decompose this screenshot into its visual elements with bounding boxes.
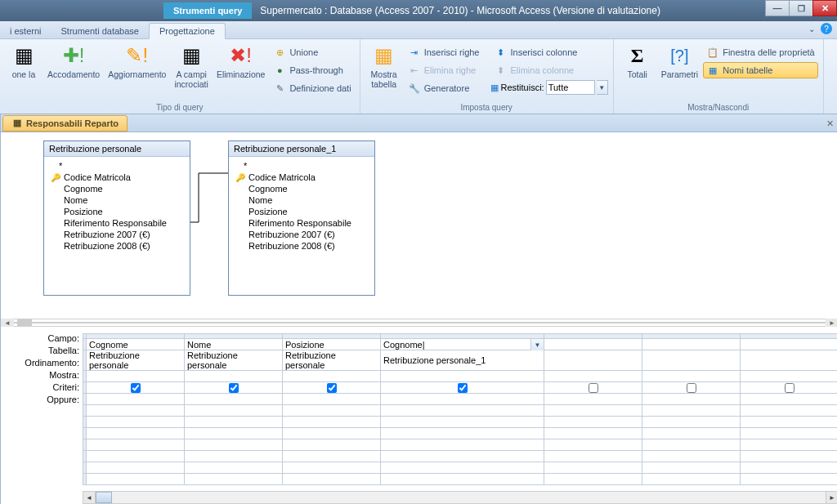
field-posizione[interactable]: Posizione <box>232 206 371 217</box>
qbe-cell[interactable] <box>642 451 741 462</box>
query-type-button[interactable]: ▦ one la <box>5 41 43 82</box>
qbe-cell[interactable] <box>185 405 283 417</box>
totali-button[interactable]: Σ Totali <box>619 41 656 82</box>
generatore-button[interactable]: 🔧Generatore <box>405 80 483 96</box>
qbe-cell[interactable] <box>381 428 544 439</box>
unione-button[interactable]: ⊕Unione <box>270 44 354 60</box>
inserisci-righe-button[interactable]: ⇥Inserisci righe <box>405 44 483 60</box>
minimize-ribbon-icon[interactable]: ⌄ <box>806 23 817 34</box>
qbe-cell[interactable] <box>185 474 283 485</box>
qbe-cell[interactable] <box>283 417 381 428</box>
qbe-cell[interactable] <box>381 382 544 394</box>
doc-tab-responsabili[interactable]: ▦ Responsabili Reparto <box>2 115 128 132</box>
qbe-cell[interactable] <box>283 474 381 485</box>
qbe-cell[interactable] <box>87 462 185 474</box>
qbe-cell[interactable] <box>283 439 381 451</box>
aggiornamento-button[interactable]: ✎! Aggiornamento <box>105 41 169 82</box>
qbe-cell[interactable] <box>185 394 283 405</box>
elimina-righe-button[interactable]: ⇤Elimina righe <box>405 62 483 78</box>
field-nome[interactable]: Nome <box>232 194 371 206</box>
join-line[interactable] <box>190 173 228 230</box>
qbe-cell[interactable] <box>544 382 642 394</box>
minimize-button[interactable]: — <box>765 0 790 16</box>
qbe-cell[interactable] <box>642 439 741 451</box>
scroll-left-button[interactable]: ◄ <box>1 319 14 327</box>
finestra-proprieta-button[interactable]: 📋Finestra delle proprietà <box>703 44 818 60</box>
restituisci-dropdown-arrow[interactable]: ▼ <box>597 80 608 95</box>
qbe-cell[interactable]: Retribuzione personale <box>87 350 185 371</box>
qbe-columns[interactable]: CognomeNomePosizioneCognome|▼Retribuzion… <box>83 327 837 504</box>
qbe-cell[interactable] <box>741 462 838 474</box>
nomi-tabelle-button[interactable]: ▦Nomi tabelle <box>703 62 818 78</box>
qbe-cell[interactable]: Cognome|▼ <box>381 339 544 350</box>
show-checkbox[interactable] <box>327 383 337 393</box>
field-retrib-2008[interactable]: Retribuzione 2008 (€) <box>47 240 186 252</box>
field-retrib-2007[interactable]: Retribuzione 2007 (€) <box>232 229 371 240</box>
qbe-cell[interactable] <box>741 474 838 485</box>
qbe-cell[interactable] <box>741 439 838 451</box>
parametri-button[interactable]: [?] Parametri <box>658 41 702 82</box>
qbe-cell[interactable]: Nome <box>185 339 283 350</box>
tab-dati-esterni[interactable]: i esterni <box>0 24 51 38</box>
qbe-cell[interactable]: Retribuzione personale_1 <box>381 350 544 371</box>
mostra-tabella-button[interactable]: ▦ Mostra tabella <box>365 41 403 91</box>
accodamento-button[interactable]: ✚! Accodamento <box>44 41 103 82</box>
query-design-pane[interactable]: Retribuzione personale * 🔑Codice Matrico… <box>1 132 837 319</box>
scroll-right-button[interactable]: ► <box>826 491 837 504</box>
qbe-cell[interactable] <box>544 462 642 474</box>
qbe-cell[interactable] <box>87 417 185 428</box>
field-cognome[interactable]: Cognome <box>47 183 186 194</box>
show-checkbox[interactable] <box>131 383 141 393</box>
field-codice-matricola[interactable]: 🔑Codice Matricola <box>232 172 371 183</box>
tab-strumenti-database[interactable]: Strumenti database <box>51 24 149 38</box>
qbe-cell[interactable] <box>544 339 642 350</box>
qbe-cell[interactable] <box>381 417 544 428</box>
qbe-cell[interactable] <box>381 371 544 382</box>
dropdown-arrow-icon[interactable]: ▼ <box>530 339 544 350</box>
qbe-cell[interactable] <box>283 371 381 382</box>
qbe-cell[interactable]: Cognome <box>87 339 185 350</box>
qbe-cell[interactable] <box>544 417 642 428</box>
qbe-cell[interactable] <box>283 382 381 394</box>
qbe-cell[interactable] <box>87 394 185 405</box>
show-checkbox[interactable] <box>589 383 598 393</box>
qbe-cell[interactable] <box>381 394 544 405</box>
qbe-cell[interactable] <box>544 350 642 371</box>
field-star[interactable]: * <box>232 160 371 172</box>
field-posizione[interactable]: Posizione <box>47 206 186 217</box>
qbe-cell[interactable] <box>741 382 838 394</box>
passthrough-button[interactable]: ●Pass-through <box>270 62 354 78</box>
qbe-cell[interactable] <box>283 405 381 417</box>
qbe-cell[interactable] <box>741 350 838 371</box>
qbe-cell[interactable] <box>642 394 741 405</box>
qbe-cell[interactable] <box>185 451 283 462</box>
qbe-cell[interactable] <box>741 394 838 405</box>
qbe-cell[interactable] <box>185 439 283 451</box>
field-retrib-2007[interactable]: Retribuzione 2007 (€) <box>47 229 186 240</box>
qbe-cell[interactable]: Retribuzione personale <box>185 350 283 371</box>
qbe-cell[interactable] <box>741 417 838 428</box>
qbe-cell[interactable] <box>642 417 741 428</box>
qbe-cell[interactable] <box>87 439 185 451</box>
qbe-cell[interactable] <box>741 405 838 417</box>
field-star[interactable]: * <box>47 160 186 172</box>
qbe-cell[interactable] <box>185 371 283 382</box>
qbe-cell[interactable] <box>87 405 185 417</box>
qbe-cell[interactable] <box>544 405 642 417</box>
qbe-cell[interactable] <box>544 428 642 439</box>
close-doc-button[interactable]: ✕ <box>824 118 835 129</box>
elimina-colonne-button[interactable]: ⬍Elimina colonne <box>490 62 607 78</box>
scroll-left-button[interactable]: ◄ <box>83 491 96 504</box>
qbe-cell[interactable] <box>642 382 741 394</box>
qbe-cell[interactable] <box>642 428 741 439</box>
qbe-cell[interactable] <box>185 382 283 394</box>
qbe-cell[interactable] <box>381 474 544 485</box>
qbe-cell[interactable] <box>87 382 185 394</box>
show-checkbox[interactable] <box>687 383 696 393</box>
qbe-cell[interactable]: Retribuzione personale <box>283 350 381 371</box>
qbe-cell[interactable] <box>544 371 642 382</box>
qbe-cell[interactable] <box>642 462 741 474</box>
qbe-cell[interactable] <box>642 474 741 485</box>
inserisci-colonne-button[interactable]: ⬍Inserisci colonne <box>490 44 607 60</box>
qbe-cell[interactable] <box>544 439 642 451</box>
